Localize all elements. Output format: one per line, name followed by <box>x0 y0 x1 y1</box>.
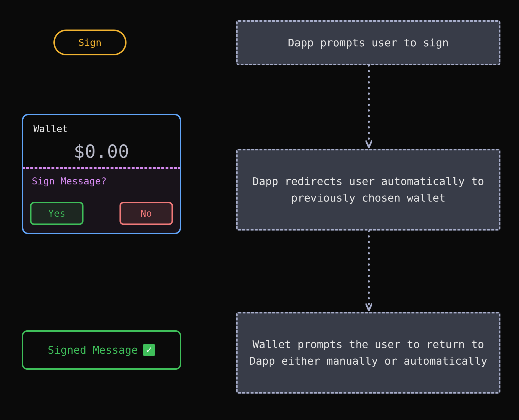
signed-message-label: Signed Message <box>48 344 138 356</box>
flow-arrow-1 <box>365 65 372 149</box>
no-button[interactable]: No <box>119 202 173 225</box>
flow-arrow-2 <box>365 231 372 312</box>
yes-button-label: Yes <box>48 208 65 219</box>
no-button-label: No <box>141 208 152 219</box>
wallet-card-top: Wallet $0.00 <box>23 115 180 169</box>
signed-message-box: Signed Message ✓ <box>22 330 181 370</box>
flow-step-2-text: Dapp redirects user automatically to pre… <box>249 173 488 206</box>
wallet-title: Wallet <box>33 123 170 134</box>
sign-button[interactable]: Sign <box>53 30 127 55</box>
flow-step-3-text: Wallet prompts the user to return to Dap… <box>249 336 488 369</box>
checkmark-icon: ✓ <box>143 344 155 356</box>
wallet-card: Wallet $0.00 Sign Message? Yes No <box>22 114 181 234</box>
flow-step-3: Wallet prompts the user to return to Dap… <box>236 312 500 394</box>
wallet-balance: $0.00 <box>33 141 170 162</box>
yes-button[interactable]: Yes <box>30 202 84 225</box>
flow-step-1-text: Dapp prompts user to sign <box>288 35 449 51</box>
sign-button-label: Sign <box>78 37 101 48</box>
wallet-sign-prompt: Sign Message? Yes No <box>22 167 181 234</box>
wallet-sign-prompt-label: Sign Message? <box>30 175 173 187</box>
flow-step-2: Dapp redirects user automatically to pre… <box>236 149 500 231</box>
wallet-button-row: Yes No <box>30 202 173 225</box>
flow-step-1: Dapp prompts user to sign <box>236 20 500 65</box>
